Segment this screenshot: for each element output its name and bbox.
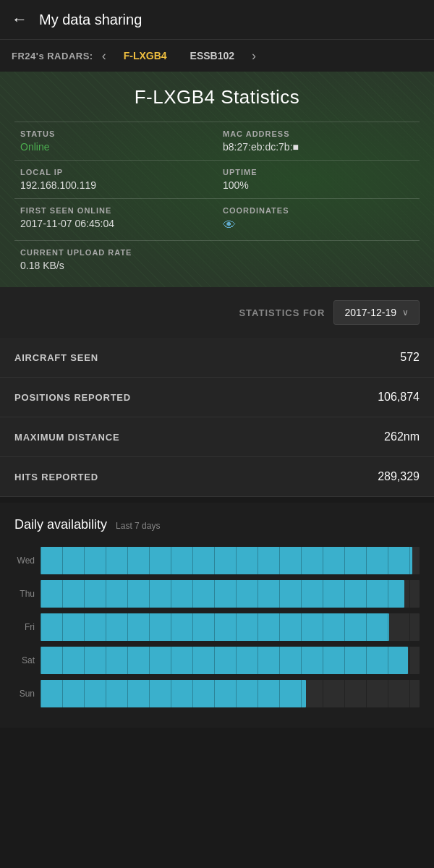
chart-bar-fill xyxy=(41,647,408,674)
first-seen-value: 2017-11-07 06:45:04 xyxy=(20,218,211,229)
statistics-for-bar: STATISTICS FOR 2017-12-19 ∨ xyxy=(0,287,434,338)
device-stats-panel: F-LXGB4 Statistics STATUS Online MAC ADD… xyxy=(0,72,434,287)
chart-row: Sun xyxy=(14,680,420,707)
chart-bar-background xyxy=(41,647,420,674)
chart-row: Sat xyxy=(14,647,420,674)
app-header: ← My data sharing xyxy=(0,0,434,39)
page-title: My data sharing xyxy=(39,12,142,28)
chart-day-label: Thu xyxy=(14,589,41,599)
hits-reported-row: HITS REPORTED 289,329 xyxy=(0,457,434,497)
first-seen-cell: FIRST SEEN ONLINE 2017-11-07 06:45:04 xyxy=(14,198,217,240)
chart-bar-fill xyxy=(41,547,412,574)
device-stats-title: F-LXGB4 Statistics xyxy=(14,86,420,109)
chart-bar-background xyxy=(41,680,420,707)
availability-chart: WedThuFriSatSun xyxy=(14,547,420,707)
uptime-value: 100% xyxy=(223,179,414,191)
local-ip-value: 192.168.100.119 xyxy=(20,179,211,191)
chart-bar-fill xyxy=(41,613,389,641)
radar-next-button[interactable]: › xyxy=(249,48,259,64)
statistics-for-label: STATISTICS FOR xyxy=(239,307,325,318)
info-grid: STATUS Online MAC ADDRESS b8:27:eb:dc:7b… xyxy=(14,122,420,278)
daily-title: Daily availability xyxy=(14,517,107,532)
back-button[interactable]: ← xyxy=(12,10,27,29)
status-cell: STATUS Online xyxy=(14,122,217,160)
chart-row: Thu xyxy=(14,580,420,608)
radar-item-flxgb4[interactable]: F-LXGB4 xyxy=(115,47,176,64)
chart-day-label: Sun xyxy=(14,689,41,699)
maximum-distance-label: MAXIMUM DISTANCE xyxy=(14,432,119,443)
maximum-distance-value: 262nm xyxy=(384,430,420,443)
coordinates-eye-icon[interactable]: 👁 xyxy=(223,218,414,233)
mac-value: b8:27:eb:dc:7b:■ xyxy=(223,141,414,153)
chart-bar-background xyxy=(41,580,420,608)
chart-bar-background xyxy=(41,547,420,574)
chart-day-label: Wed xyxy=(14,556,41,566)
chart-bar-fill xyxy=(41,580,404,608)
status-value: Online xyxy=(20,141,211,153)
chart-day-label: Sat xyxy=(14,655,41,665)
date-dropdown[interactable]: 2017-12-19 ∨ xyxy=(333,300,420,325)
uptime-cell: UPTIME 100% xyxy=(217,160,420,198)
chart-row: Fri xyxy=(14,613,420,641)
local-ip-cell: LOCAL IP 192.168.100.119 xyxy=(14,160,217,198)
daily-header: Daily availability Last 7 days xyxy=(14,517,420,532)
first-seen-label: FIRST SEEN ONLINE xyxy=(20,206,211,215)
aircraft-seen-label: AIRCRAFT SEEN xyxy=(14,352,98,363)
status-label: STATUS xyxy=(20,129,211,138)
uptime-label: UPTIME xyxy=(223,168,414,176)
upload-rate-cell: CURRENT UPLOAD RATE 0.18 KB/s xyxy=(14,240,420,278)
positions-reported-label: POSITIONS REPORTED xyxy=(14,392,131,403)
radar-item-essb102[interactable]: ESSB102 xyxy=(182,47,243,64)
aircraft-seen-row: AIRCRAFT SEEN 572 xyxy=(0,338,434,378)
maximum-distance-row: MAXIMUM DISTANCE 262nm xyxy=(0,417,434,457)
upload-rate-value: 0.18 KB/s xyxy=(20,260,414,271)
upload-rate-label: CURRENT UPLOAD RATE xyxy=(20,248,414,257)
local-ip-label: LOCAL IP xyxy=(20,168,211,176)
mac-cell: MAC ADDRESS b8:27:eb:dc:7b:■ xyxy=(217,122,420,160)
hits-reported-value: 289,329 xyxy=(378,470,420,483)
chevron-down-icon: ∨ xyxy=(402,307,409,318)
mac-label: MAC ADDRESS xyxy=(223,129,414,138)
daily-subtitle: Last 7 days xyxy=(116,521,160,531)
stats-table: AIRCRAFT SEEN 572 POSITIONS REPORTED 106… xyxy=(0,338,434,497)
aircraft-seen-value: 572 xyxy=(400,351,420,364)
radar-label: FR24's RADARS: xyxy=(12,51,93,61)
coordinates-label: COORDINATES xyxy=(223,206,414,215)
positions-reported-row: POSITIONS REPORTED 106,874 xyxy=(0,378,434,417)
radar-prev-button[interactable]: ‹ xyxy=(99,48,109,64)
daily-availability-section: Daily availability Last 7 days WedThuFri… xyxy=(0,503,434,728)
radar-bar: FR24's RADARS: ‹ F-LXGB4 ESSB102 › xyxy=(0,39,434,72)
chart-day-label: Fri xyxy=(14,622,41,632)
coordinates-cell: COORDINATES 👁 xyxy=(217,198,420,240)
chart-bar-background xyxy=(41,613,420,641)
positions-reported-value: 106,874 xyxy=(378,391,420,404)
date-value: 2017-12-19 xyxy=(344,307,396,318)
hits-reported-label: HITS REPORTED xyxy=(14,472,98,482)
chart-row: Wed xyxy=(14,547,420,574)
chart-bar-fill xyxy=(41,680,306,707)
